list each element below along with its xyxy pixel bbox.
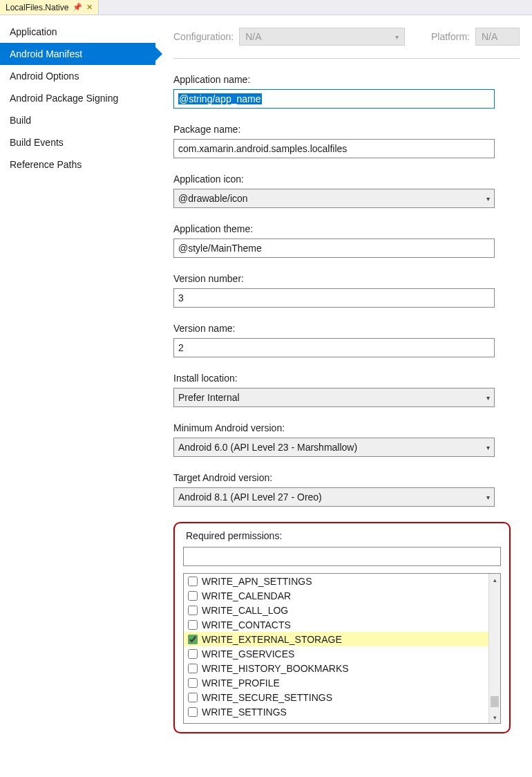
min-android-value: Android 6.0 (API Level 23 - Marshmallow) (178, 442, 357, 453)
sidebar-item-android-options[interactable]: Android Options (0, 65, 155, 87)
package-name-input[interactable]: com.xamarin.android.samples.localfiles (173, 139, 495, 158)
package-name-value: com.xamarin.android.samples.localfiles (178, 143, 347, 154)
sidebar-item-build[interactable]: Build (0, 109, 155, 131)
chevron-down-icon: ▾ (486, 195, 490, 203)
sidebar-item-application[interactable]: Application (0, 21, 155, 43)
permission-checkbox[interactable] (188, 577, 198, 586)
required-permissions-group: Required permissions: WRITE_APN_SETTINGS… (173, 522, 511, 733)
sidebar-item-label: Android Manifest (10, 48, 82, 59)
sidebar-item-android-package-signing[interactable]: Android Package Signing (0, 87, 155, 109)
permissions-list: WRITE_APN_SETTINGSWRITE_CALENDARWRITE_CA… (183, 573, 501, 724)
platform-label: Platform: (431, 31, 470, 42)
version-name-label: Version name: (173, 323, 520, 334)
permission-row[interactable]: WRITE_CALENDAR (184, 588, 488, 603)
permission-checkbox[interactable] (188, 707, 198, 717)
document-tab[interactable]: LocalFiles.Native 📌 ✕ (0, 0, 99, 15)
application-theme-input[interactable]: @style/MainTheme (173, 238, 495, 258)
configuration-label: Configuration: (173, 31, 234, 42)
permission-label: WRITE_SETTINGS (202, 706, 287, 718)
configuration-dropdown: N/A ▾ (239, 28, 405, 46)
permission-row[interactable]: WRITE_CONTACTS (184, 617, 488, 632)
chevron-down-icon: ▾ (395, 33, 399, 41)
application-theme-value: @style/MainTheme (178, 243, 262, 254)
chevron-down-icon: ▾ (486, 494, 490, 501)
target-android-dropdown[interactable]: Android 8.1 (API Level 27 - Oreo) ▾ (173, 487, 495, 507)
install-location-label: Install location: (173, 373, 520, 384)
permission-label: WRITE_SECURE_SETTINGS (202, 692, 332, 703)
version-number-input[interactable]: 3 (173, 288, 495, 308)
config-row: Configuration: N/A ▾ Platform: N/A (173, 22, 520, 59)
permission-label: WRITE_CALL_LOG (202, 605, 288, 616)
permission-label: WRITE_CONTACTS (202, 619, 291, 630)
target-android-label: Target Android version: (173, 472, 520, 483)
application-name-label: Application name: (173, 74, 520, 85)
permission-checkbox[interactable] (188, 678, 198, 688)
version-name-input[interactable]: 2 (173, 338, 495, 357)
permission-checkbox[interactable] (188, 635, 198, 644)
scroll-track[interactable] (489, 586, 500, 711)
configuration-value: N/A (245, 31, 261, 42)
application-name-value: @string/app_name (178, 93, 262, 104)
platform-dropdown: N/A (475, 28, 520, 46)
permission-row[interactable]: WRITE_HISTORY_BOOKMARKS (184, 661, 488, 675)
chevron-down-icon: ▾ (486, 394, 490, 402)
content-panel: Configuration: N/A ▾ Platform: N/A Appli… (155, 15, 532, 777)
permission-row[interactable]: WRITE_SETTINGS (184, 704, 488, 719)
sidebar: Application Android Manifest Android Opt… (0, 15, 155, 777)
permission-checkbox[interactable] (188, 693, 198, 702)
tab-bar: LocalFiles.Native 📌 ✕ (0, 0, 532, 15)
scrollbar[interactable]: ▴ ▾ (488, 574, 500, 723)
permission-label: WRITE_HISTORY_BOOKMARKS (202, 663, 349, 674)
sidebar-item-label: Reference Paths (10, 159, 82, 170)
permission-label: WRITE_EXTERNAL_STORAGE (202, 634, 342, 645)
permission-label: WRITE_PROFILE (202, 677, 280, 689)
application-name-input[interactable]: @string/app_name (173, 89, 495, 109)
application-theme-label: Application theme: (173, 223, 520, 234)
sidebar-item-label: Application (10, 26, 57, 37)
required-permissions-label: Required permissions: (183, 530, 501, 541)
scroll-thumb[interactable] (491, 696, 499, 707)
permission-checkbox[interactable] (188, 649, 198, 659)
sidebar-item-label: Android Options (10, 71, 79, 82)
pin-icon[interactable]: 📌 (73, 3, 82, 12)
platform-value: N/A (482, 31, 497, 42)
permission-checkbox[interactable] (188, 606, 198, 615)
min-android-dropdown[interactable]: Android 6.0 (API Level 23 - Marshmallow)… (173, 438, 495, 457)
permission-label: WRITE_APN_SETTINGS (202, 576, 312, 587)
close-icon[interactable]: ✕ (86, 3, 93, 12)
sidebar-item-label: Android Package Signing (10, 93, 118, 104)
permission-row[interactable]: WRITE_APN_SETTINGS (184, 574, 488, 588)
permission-row[interactable]: WRITE_CALL_LOG (184, 603, 488, 617)
permission-label: WRITE_CALENDAR (202, 590, 291, 601)
package-name-label: Package name: (173, 124, 520, 135)
permission-row[interactable]: WRITE_GSERVICES (184, 646, 488, 661)
permission-label: WRITE_GSERVICES (202, 648, 294, 659)
sidebar-item-reference-paths[interactable]: Reference Paths (0, 153, 155, 176)
chevron-down-icon: ▾ (486, 444, 490, 451)
min-android-label: Minimum Android version: (173, 422, 520, 433)
version-number-value: 3 (178, 292, 184, 303)
version-number-label: Version number: (173, 273, 520, 284)
sidebar-item-build-events[interactable]: Build Events (0, 131, 155, 153)
sidebar-item-label: Build Events (10, 137, 64, 148)
install-location-dropdown[interactable]: Prefer Internal ▾ (173, 388, 495, 407)
sidebar-item-label: Build (10, 115, 31, 126)
install-location-value: Prefer Internal (178, 392, 240, 403)
permission-row[interactable]: WRITE_SECURE_SETTINGS (184, 690, 488, 704)
application-icon-label: Application icon: (173, 174, 520, 185)
scroll-down-icon[interactable]: ▾ (489, 711, 500, 723)
scroll-up-icon[interactable]: ▴ (489, 574, 500, 586)
permission-checkbox[interactable] (188, 664, 198, 673)
permissions-filter-input[interactable] (183, 547, 501, 566)
version-name-value: 2 (178, 342, 184, 353)
permission-row[interactable]: WRITE_EXTERNAL_STORAGE (184, 632, 488, 646)
sidebar-item-android-manifest[interactable]: Android Manifest (0, 43, 155, 65)
tab-title: LocalFiles.Native (6, 3, 68, 12)
target-android-value: Android 8.1 (API Level 27 - Oreo) (178, 492, 322, 503)
permission-row[interactable]: WRITE_PROFILE (184, 675, 488, 690)
permission-checkbox[interactable] (188, 620, 198, 630)
application-icon-value: @drawable/icon (178, 193, 248, 204)
permission-checkbox[interactable] (188, 591, 198, 601)
application-icon-dropdown[interactable]: @drawable/icon ▾ (173, 189, 495, 208)
